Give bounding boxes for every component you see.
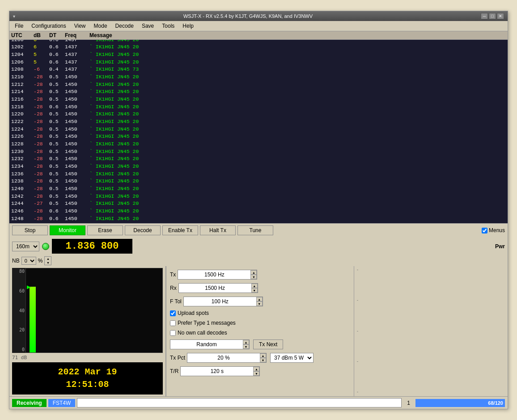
log-freq: 1450 [65, 178, 89, 185]
menu-help[interactable]: Help [179, 22, 197, 30]
menu-mode[interactable]: Mode [90, 22, 111, 30]
txpct-up[interactable]: ▲ [260, 353, 266, 358]
log-dt: 0.5 [49, 200, 65, 208]
ftol-up[interactable]: ▲ [256, 297, 263, 301]
tx-hz-spinbox: ▲ ▼ [178, 270, 257, 280]
status-input[interactable] [77, 398, 402, 407]
log-db: -28 [34, 148, 49, 156]
close-button[interactable]: ✕ [497, 13, 504, 19]
log-dt: 0.5 [49, 110, 65, 118]
nb-up[interactable]: ▲ [45, 257, 51, 261]
nb-select[interactable]: 0 [21, 257, 36, 265]
table-row: 1240 -28 0.5 1450 ` IK1HGI JN45 20 [11, 185, 506, 193]
prefer-type1-checkbox[interactable] [170, 320, 176, 326]
rx-hz-spinbox: ▲ ▼ [178, 283, 258, 293]
log-db: -28 [34, 96, 49, 103]
band-select[interactable]: 160m [12, 242, 39, 251]
table-row: 1230 -28 0.5 1450 ` IK1HGI JN45 20 [11, 148, 506, 156]
scale-40: 40 [12, 308, 25, 313]
tune-button[interactable]: Tune [237, 225, 273, 235]
pwr-tick-2: - [356, 298, 359, 303]
log-utc: 1246 [11, 208, 34, 215]
table-row: 1242 -28 0.5 1450 ` IK1HGI JN45 20 [11, 193, 506, 200]
log-dt: 0.6 [49, 215, 65, 223]
spectrum-area: 80 60 40 20 0 ▶ [12, 268, 163, 353]
menu-decode[interactable]: Decode [112, 22, 137, 30]
log-freq: 1450 [65, 170, 89, 178]
rx-hz-up[interactable]: ▲ [251, 284, 258, 288]
maximize-button[interactable]: □ [489, 13, 496, 19]
nb-bar: NB 0 % ▲ ▼ [9, 255, 508, 266]
tr-up[interactable]: ▲ [253, 367, 259, 371]
nb-spinner[interactable]: ▲ ▼ [44, 256, 51, 265]
log-dt: 0.6 [49, 103, 65, 111]
tx-next-button[interactable]: Tx Next [253, 339, 283, 349]
stop-button[interactable]: Stop [12, 225, 48, 235]
datetime-display: 2022 Mar 19 12:51:08 [12, 362, 163, 395]
halt-tx-button[interactable]: Halt Tx [200, 225, 236, 235]
no-own-call-checkbox[interactable] [170, 330, 176, 336]
log-db: 5 [34, 59, 49, 66]
table-row: 1246 -28 0.6 1450 ` IK1HGI JN45 20 [11, 208, 506, 215]
nb-down[interactable]: ▼ [45, 261, 51, 265]
power-select[interactable]: 37 dBm 5 W [270, 353, 314, 363]
menu-configurations[interactable]: Configurations [28, 22, 69, 30]
tx-hz-down[interactable]: ▼ [250, 275, 257, 279]
random-up[interactable]: ▲ [243, 340, 249, 344]
lower-section: 80 60 40 20 0 ▶ 71 dB 2022 Mar 19 12:5 [9, 266, 508, 396]
pwr-slider[interactable]: - - - - - [354, 266, 361, 396]
tr-down[interactable]: ▼ [253, 371, 259, 376]
log-utc: 1214 [11, 88, 34, 96]
log-dt: 0.6 [49, 43, 65, 51]
log-utc: 1218 [11, 103, 34, 111]
log-utc: 1216 [11, 96, 34, 103]
decode-button[interactable]: Decode [125, 225, 161, 235]
log-freq: 1450 [65, 118, 89, 126]
log-msg: ` IK1HGI JN45 73 [89, 66, 506, 73]
tr-input[interactable] [181, 367, 253, 376]
txpct-down[interactable]: ▼ [260, 358, 266, 362]
log-freq: 1450 [65, 148, 89, 156]
tx-hz-input[interactable] [178, 270, 250, 279]
nb-unit: % [38, 258, 43, 264]
log-db: 5 [34, 51, 49, 59]
random-input[interactable] [170, 340, 243, 349]
random-down[interactable]: ▼ [243, 344, 249, 349]
ftol-spinbox: ▲ ▼ [183, 297, 263, 306]
menus-checkbox[interactable] [482, 228, 487, 233]
log-msg: ` IK1HGI JN45 20 [89, 118, 506, 126]
menu-file[interactable]: File [11, 22, 27, 30]
table-row: 1220 -28 0.5 1450 ` IK1HGI JN45 20 [11, 110, 506, 118]
table-row: 1204 5 0.6 1437 ` IK1HGI JN45 20 [11, 51, 506, 59]
log-dt: 0.5 [49, 148, 65, 156]
log-area[interactable]: 1158 6 0.5 1437 ` IK1HGI JN45 20 1200 6 … [9, 40, 508, 223]
rx-hz-input[interactable] [179, 284, 251, 293]
right-panel: Tx ▲ ▼ Rx ▲ ▼ [166, 266, 354, 396]
freq-display[interactable]: 1.836 800 [52, 239, 132, 254]
upload-spots-checkbox[interactable] [170, 310, 176, 316]
menu-view[interactable]: View [71, 22, 89, 30]
log-utc: 1236 [11, 170, 34, 178]
log-db: -27 [34, 200, 49, 208]
window-menu-icon[interactable]: ▾ [13, 14, 15, 19]
random-spinbox: ▲ ▼ [170, 339, 250, 349]
db-label-area: 71 dB [9, 355, 165, 361]
rx-hz-down[interactable]: ▼ [251, 288, 258, 293]
minimize-button[interactable]: ─ [481, 13, 488, 19]
log-dt: 0.6 [49, 59, 65, 66]
tx-hz-up[interactable]: ▲ [250, 270, 257, 275]
log-dt: 0.4 [49, 66, 65, 73]
menu-save[interactable]: Save [138, 22, 157, 30]
txpct-input[interactable] [187, 353, 260, 362]
rx-hz-row: Rx ▲ ▼ [170, 283, 350, 293]
enable-tx-button[interactable]: Enable Tx [162, 225, 198, 235]
erase-button[interactable]: Erase [87, 225, 123, 235]
pwr-tick-4: - [356, 360, 359, 364]
ftol-down[interactable]: ▼ [256, 301, 263, 306]
ftol-input[interactable] [184, 297, 256, 306]
log-freq: 1450 [65, 96, 89, 103]
menu-tools[interactable]: Tools [158, 22, 178, 30]
monitor-button[interactable]: Monitor [50, 225, 85, 235]
log-freq: 1450 [65, 133, 89, 140]
log-freq: 1450 [65, 215, 89, 223]
